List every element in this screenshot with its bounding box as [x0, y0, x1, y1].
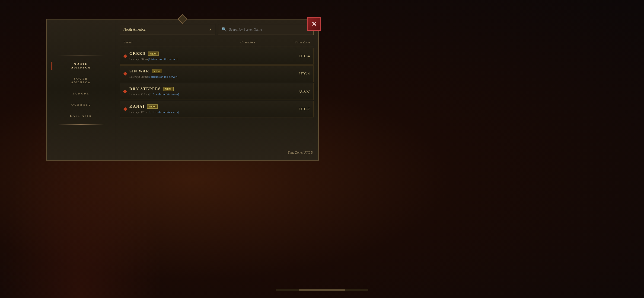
sidebar-divider-bottom [58, 124, 104, 125]
server-name-area-kanai: KANAI NEW Latency: 125 ms[1 friends on t… [124, 104, 240, 114]
header-timezone: Time Zone [273, 40, 310, 44]
scrollbar-thumb[interactable] [299, 289, 345, 291]
new-badge-kanai: NEW [147, 104, 158, 109]
server-timezone-dry-steppes: UTC-7 [272, 89, 310, 94]
sidebar-item-south-america[interactable]: SOUTHAMERICA [52, 74, 110, 87]
new-badge-greed: NEW [148, 52, 158, 56]
controls-row: North America ▲ 🔍 [120, 24, 314, 35]
server-name-kanai: KANAI [129, 104, 145, 109]
server-row-sin-war[interactable]: SIN WAR NEW Latency: 98 ms[1 friends on … [120, 66, 314, 82]
server-name-dry-steppes: DRY STEPPES [129, 87, 161, 91]
ornament-diamond [178, 14, 187, 24]
dialog-ornament-top [169, 15, 196, 24]
new-badge-sin-war: NEW [152, 69, 162, 73]
region-dropdown-arrow: ▲ [209, 28, 212, 31]
header-server: Server [124, 40, 240, 44]
server-row-dry-steppes[interactable]: DRY STEPPES NEW Latency: 125 ms[1 friend… [120, 83, 314, 100]
server-row-kanai[interactable]: KANAI NEW Latency: 125 ms[1 friends on t… [120, 101, 314, 117]
sidebar: NORTHAMERICA SOUTHAMERICA EUROPE OCEANIA… [47, 20, 115, 160]
footer-timezone: Time Zone: UTC-5 [120, 149, 314, 155]
server-list: GREED NEW Latency: 98 ms[1 friends on th… [120, 48, 314, 149]
scrollbar-container[interactable] [276, 289, 368, 291]
region-selected-value: North America [123, 27, 146, 32]
server-name-sin-war: SIN WAR [129, 69, 149, 74]
sidebar-item-oceania[interactable]: OCEANIA [52, 100, 110, 109]
server-diamond-greed [123, 54, 127, 58]
server-timezone-sin-war: UTC-4 [272, 72, 310, 76]
server-name-greed: GREED [129, 51, 146, 56]
server-diamond-sin-war [123, 72, 127, 76]
search-box: 🔍 [218, 24, 314, 35]
server-latency-dry-steppes: Latency: 125 ms[1 friends on this server… [129, 92, 240, 96]
server-name-row-kanai: KANAI NEW [129, 104, 240, 109]
header-characters: Characters [240, 40, 273, 44]
content-area: North America ▲ 🔍 Server Characters Time… [115, 20, 318, 160]
server-latency-greed: Latency: 98 ms[1 friends on this server] [129, 57, 240, 61]
server-latency-sin-war: Latency: 98 ms[1 friends on this server] [129, 75, 240, 79]
sidebar-item-europe[interactable]: EUROPE [52, 89, 110, 98]
server-latency-kanai: Latency: 125 ms[1 friends on this server… [129, 110, 240, 114]
server-diamond-kanai [123, 107, 127, 111]
table-headers: Server Characters Time Zone [120, 39, 314, 47]
sidebar-item-north-america[interactable]: NORTHAMERICA [52, 59, 110, 72]
search-input[interactable] [229, 28, 310, 32]
server-diamond-dry-steppes [123, 90, 127, 94]
server-name-row-greed: GREED NEW [129, 51, 240, 56]
search-icon: 🔍 [222, 27, 227, 32]
footer-timezone-text: Time Zone: UTC-5 [288, 151, 313, 155]
server-name-row-dry-steppes: DRY STEPPES NEW [129, 87, 240, 91]
dialog-body: NORTHAMERICA SOUTHAMERICA EUROPE OCEANIA… [47, 20, 318, 160]
server-timezone-greed: UTC-4 [272, 54, 310, 58]
server-selection-dialog: ✕ NORTHAMERICA SOUTHAMERICA EUROPE OCEAN… [46, 19, 319, 161]
server-name-area-dry-steppes: DRY STEPPES NEW Latency: 125 ms[1 friend… [124, 87, 240, 96]
region-dropdown[interactable]: North America ▲ [120, 24, 215, 35]
sidebar-item-east-asia[interactable]: EAST ASIA [52, 111, 110, 120]
server-name-area-sin-war: SIN WAR NEW Latency: 98 ms[1 friends on … [124, 69, 240, 79]
server-row-greed[interactable]: GREED NEW Latency: 98 ms[1 friends on th… [120, 48, 314, 65]
server-timezone-kanai: UTC-7 [272, 107, 310, 111]
server-name-area-greed: GREED NEW Latency: 98 ms[1 friends on th… [124, 51, 240, 61]
new-badge-dry-steppes: NEW [163, 87, 174, 91]
server-name-row-sin-war: SIN WAR NEW [129, 69, 240, 74]
close-button[interactable]: ✕ [307, 17, 320, 31]
sidebar-divider-top [58, 55, 104, 56]
